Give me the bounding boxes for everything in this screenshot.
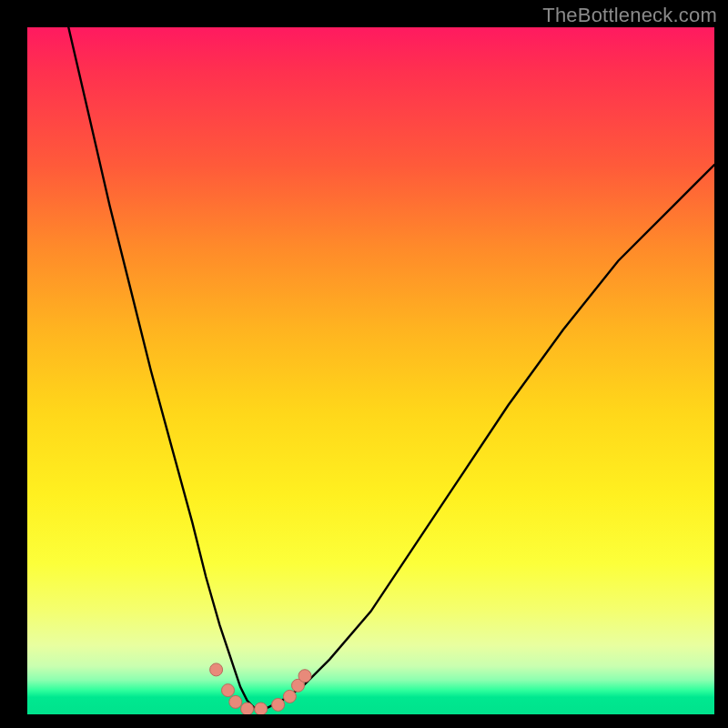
curve-marker: [272, 698, 285, 711]
curve-marker: [229, 695, 242, 708]
curve-marker: [222, 684, 235, 697]
chart-svg: [27, 27, 714, 714]
curve-markers: [210, 663, 311, 714]
curve-marker: [298, 670, 311, 682]
bottleneck-curve: [68, 27, 714, 708]
curve-marker: [241, 703, 254, 714]
plot-area: [27, 27, 714, 714]
curve-marker: [283, 690, 296, 703]
curve-marker: [255, 703, 268, 714]
curve-marker: [210, 663, 223, 676]
chart-frame: TheBottleneck.com: [0, 0, 728, 728]
watermark-text: TheBottleneck.com: [542, 4, 717, 27]
